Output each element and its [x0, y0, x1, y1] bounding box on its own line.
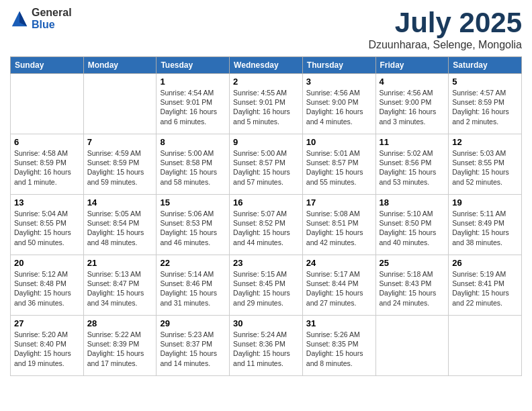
cell-sun-info: Sunrise: 5:01 AM Sunset: 8:57 PM Dayligh… — [306, 148, 372, 187]
weekday-header-row: SundayMondayTuesdayWednesdayThursdayFrid… — [11, 57, 522, 74]
logo-text-general: General — [32, 7, 72, 18]
weekday-header-tuesday: Tuesday — [157, 57, 230, 74]
calendar-cell: 24Sunrise: 5:17 AM Sunset: 8:44 PM Dayli… — [302, 255, 375, 316]
cell-sun-info: Sunrise: 4:55 AM Sunset: 9:01 PM Dayligh… — [233, 88, 299, 126]
calendar-cell: 19Sunrise: 5:11 AM Sunset: 8:49 PM Dayli… — [449, 195, 522, 255]
calendar-cell: 4Sunrise: 4:56 AM Sunset: 9:00 PM Daylig… — [375, 74, 449, 134]
calendar-cell: 13Sunrise: 5:04 AM Sunset: 8:55 PM Dayli… — [11, 195, 84, 255]
cell-sun-info: Sunrise: 5:24 AM Sunset: 8:36 PM Dayligh… — [233, 330, 299, 368]
cell-day-number: 9 — [233, 137, 299, 147]
cell-sun-info: Sunrise: 5:19 AM Sunset: 8:41 PM Dayligh… — [452, 269, 518, 308]
cell-sun-info: Sunrise: 5:07 AM Sunset: 8:52 PM Dayligh… — [233, 209, 299, 247]
cell-sun-info: Sunrise: 5:12 AM Sunset: 8:48 PM Dayligh… — [14, 269, 80, 308]
cell-day-number: 13 — [14, 197, 80, 208]
cell-sun-info: Sunrise: 5:00 AM Sunset: 8:57 PM Dayligh… — [233, 148, 299, 187]
calendar-cell: 31Sunrise: 5:26 AM Sunset: 8:35 PM Dayli… — [302, 316, 375, 376]
calendar-cell: 16Sunrise: 5:07 AM Sunset: 8:52 PM Dayli… — [230, 195, 303, 255]
cell-sun-info: Sunrise: 5:22 AM Sunset: 8:39 PM Dayligh… — [87, 330, 153, 368]
calendar-week-row: 13Sunrise: 5:04 AM Sunset: 8:55 PM Dayli… — [11, 195, 522, 255]
cell-sun-info: Sunrise: 5:14 AM Sunset: 8:46 PM Dayligh… — [160, 269, 226, 308]
calendar-cell: 12Sunrise: 5:03 AM Sunset: 8:55 PM Dayli… — [449, 134, 522, 195]
cell-day-number: 25 — [380, 258, 445, 268]
calendar-cell: 30Sunrise: 5:24 AM Sunset: 8:36 PM Dayli… — [230, 316, 303, 376]
title-block: July 2025 Dzuunharaa, Selenge, Mongolia — [368, 7, 522, 51]
calendar-cell: 8Sunrise: 5:00 AM Sunset: 8:58 PM Daylig… — [157, 134, 230, 195]
calendar-cell: 18Sunrise: 5:10 AM Sunset: 8:50 PM Dayli… — [375, 195, 449, 255]
cell-sun-info: Sunrise: 5:11 AM Sunset: 8:49 PM Dayligh… — [452, 209, 518, 247]
cell-sun-info: Sunrise: 4:56 AM Sunset: 9:00 PM Dayligh… — [380, 88, 445, 126]
calendar-cell: 14Sunrise: 5:05 AM Sunset: 8:54 PM Dayli… — [83, 195, 157, 255]
calendar-cell: 11Sunrise: 5:02 AM Sunset: 8:56 PM Dayli… — [375, 134, 449, 195]
page-header: General Blue July 2025 Dzuunharaa, Selen… — [10, 7, 522, 51]
calendar-cell: 27Sunrise: 5:20 AM Sunset: 8:40 PM Dayli… — [11, 316, 84, 376]
cell-day-number: 20 — [14, 258, 80, 268]
cell-day-number: 18 — [380, 197, 445, 208]
cell-sun-info: Sunrise: 5:04 AM Sunset: 8:55 PM Dayligh… — [14, 209, 80, 247]
logo: General Blue — [10, 7, 72, 31]
cell-sun-info: Sunrise: 4:59 AM Sunset: 8:59 PM Dayligh… — [87, 148, 153, 187]
calendar-cell — [375, 316, 449, 376]
weekday-header-friday: Friday — [375, 57, 449, 74]
calendar-cell: 28Sunrise: 5:22 AM Sunset: 8:39 PM Dayli… — [83, 316, 157, 376]
cell-day-number: 23 — [233, 258, 299, 268]
calendar-cell: 17Sunrise: 5:08 AM Sunset: 8:51 PM Dayli… — [302, 195, 375, 255]
calendar-cell: 20Sunrise: 5:12 AM Sunset: 8:48 PM Dayli… — [11, 255, 84, 316]
calendar-cell — [449, 316, 522, 376]
logo-text-blue: Blue — [32, 19, 55, 30]
cell-day-number: 7 — [87, 137, 153, 147]
cell-day-number: 16 — [233, 197, 299, 208]
calendar-cell — [11, 74, 84, 134]
calendar-cell: 15Sunrise: 5:06 AM Sunset: 8:53 PM Dayli… — [157, 195, 230, 255]
calendar-week-row: 1Sunrise: 4:54 AM Sunset: 9:01 PM Daylig… — [11, 74, 522, 134]
cell-day-number: 17 — [306, 197, 372, 208]
cell-sun-info: Sunrise: 5:26 AM Sunset: 8:35 PM Dayligh… — [306, 330, 372, 368]
cell-sun-info: Sunrise: 5:00 AM Sunset: 8:58 PM Dayligh… — [160, 148, 226, 187]
calendar-cell: 25Sunrise: 5:18 AM Sunset: 8:43 PM Dayli… — [375, 255, 449, 316]
cell-day-number: 26 — [452, 258, 518, 268]
calendar-week-row: 20Sunrise: 5:12 AM Sunset: 8:48 PM Dayli… — [11, 255, 522, 316]
cell-sun-info: Sunrise: 5:23 AM Sunset: 8:37 PM Dayligh… — [160, 330, 226, 368]
calendar-cell: 29Sunrise: 5:23 AM Sunset: 8:37 PM Dayli… — [157, 316, 230, 376]
calendar-table: SundayMondayTuesdayWednesdayThursdayFrid… — [10, 56, 522, 376]
calendar-cell: 21Sunrise: 5:13 AM Sunset: 8:47 PM Dayli… — [83, 255, 157, 316]
calendar-cell: 5Sunrise: 4:57 AM Sunset: 8:59 PM Daylig… — [449, 74, 522, 134]
cell-sun-info: Sunrise: 5:08 AM Sunset: 8:51 PM Dayligh… — [306, 209, 372, 247]
calendar-cell — [83, 74, 157, 134]
cell-sun-info: Sunrise: 5:17 AM Sunset: 8:44 PM Dayligh… — [306, 269, 372, 308]
cell-sun-info: Sunrise: 5:10 AM Sunset: 8:50 PM Dayligh… — [380, 209, 445, 247]
cell-day-number: 4 — [380, 77, 445, 87]
cell-day-number: 2 — [233, 77, 299, 87]
cell-day-number: 19 — [452, 197, 518, 208]
cell-day-number: 3 — [306, 77, 372, 87]
calendar-cell: 23Sunrise: 5:15 AM Sunset: 8:45 PM Dayli… — [230, 255, 303, 316]
cell-day-number: 5 — [452, 77, 518, 87]
cell-sun-info: Sunrise: 4:54 AM Sunset: 9:01 PM Dayligh… — [160, 88, 226, 126]
cell-day-number: 29 — [160, 318, 226, 328]
calendar-week-row: 6Sunrise: 4:58 AM Sunset: 8:59 PM Daylig… — [11, 134, 522, 195]
cell-day-number: 27 — [14, 318, 80, 328]
cell-sun-info: Sunrise: 5:13 AM Sunset: 8:47 PM Dayligh… — [87, 269, 153, 308]
cell-day-number: 22 — [160, 258, 226, 268]
weekday-header-saturday: Saturday — [449, 57, 522, 74]
cell-sun-info: Sunrise: 5:20 AM Sunset: 8:40 PM Dayligh… — [14, 330, 80, 368]
calendar-cell: 9Sunrise: 5:00 AM Sunset: 8:57 PM Daylig… — [230, 134, 303, 195]
calendar-cell: 3Sunrise: 4:56 AM Sunset: 9:00 PM Daylig… — [302, 74, 375, 134]
cell-day-number: 30 — [233, 318, 299, 328]
cell-day-number: 8 — [160, 137, 226, 147]
calendar-cell: 26Sunrise: 5:19 AM Sunset: 8:41 PM Dayli… — [449, 255, 522, 316]
cell-day-number: 21 — [87, 258, 153, 268]
cell-sun-info: Sunrise: 4:56 AM Sunset: 9:00 PM Dayligh… — [306, 88, 372, 126]
location-title: Dzuunharaa, Selenge, Mongolia — [368, 39, 522, 51]
calendar-cell: 1Sunrise: 4:54 AM Sunset: 9:01 PM Daylig… — [157, 74, 230, 134]
cell-day-number: 12 — [452, 137, 518, 147]
cell-sun-info: Sunrise: 4:57 AM Sunset: 8:59 PM Dayligh… — [452, 88, 518, 126]
cell-sun-info: Sunrise: 5:03 AM Sunset: 8:55 PM Dayligh… — [452, 148, 518, 187]
calendar-cell: 22Sunrise: 5:14 AM Sunset: 8:46 PM Dayli… — [157, 255, 230, 316]
calendar-cell: 7Sunrise: 4:59 AM Sunset: 8:59 PM Daylig… — [83, 134, 157, 195]
cell-sun-info: Sunrise: 5:02 AM Sunset: 8:56 PM Dayligh… — [380, 148, 445, 187]
month-title: July 2025 — [368, 7, 522, 39]
cell-day-number: 6 — [14, 137, 80, 147]
cell-day-number: 31 — [306, 318, 372, 328]
weekday-header-wednesday: Wednesday — [230, 57, 303, 74]
weekday-header-thursday: Thursday — [302, 57, 375, 74]
